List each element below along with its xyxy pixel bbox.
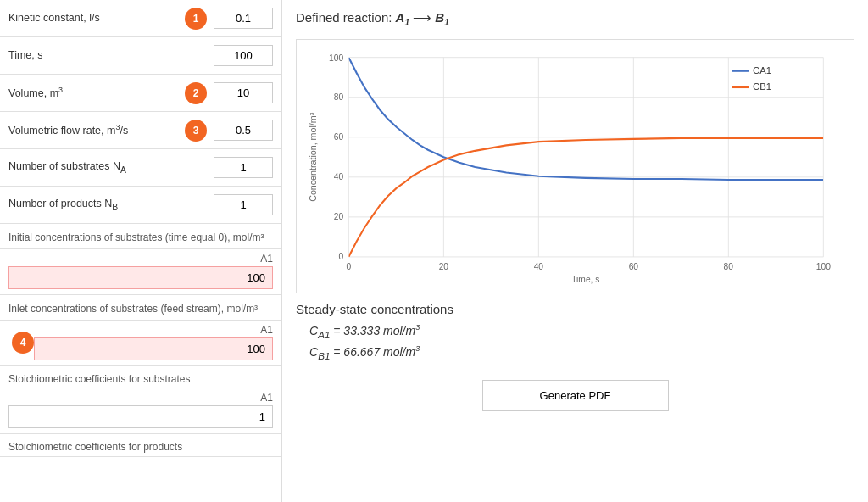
ca1-curve [348,58,823,180]
svg-text:20: 20 [334,212,344,221]
volume-label: Volume, m3 [8,86,178,100]
badge-1: 1 [185,8,207,30]
cb1-curve [348,138,823,257]
products-label: Number of products NB [8,197,214,213]
svg-text:20: 20 [439,262,449,271]
stoic-prod-label: Stoichiometric coefficients for products [0,434,281,456]
kinetic-label: Kinetic constant, l/s [8,11,178,25]
svg-text:Concentration, mol/m³: Concentration, mol/m³ [309,112,319,202]
inlet-conc-input[interactable] [34,337,273,360]
svg-text:60: 60 [334,132,344,142]
stoic-sub-section: Stoichiometric coefficients for substrat… [0,366,281,434]
flow-input[interactable] [214,120,273,141]
svg-text:0: 0 [347,262,352,271]
initial-conc-sub-label: A1 [8,253,273,265]
flow-label: Volumetric flow rate, m3/s [8,123,178,137]
steady-state-section: Steady-state concentrations CA1 = 33.333… [296,302,854,366]
reaction-defined-label: Defined reaction: [296,10,396,25]
steady-state-title: Steady-state concentrations [296,302,854,316]
badge-2: 2 [185,82,207,104]
svg-text:80: 80 [334,92,344,102]
time-label: Time, s [8,48,214,62]
time-input[interactable] [214,45,273,66]
svg-text:Time, s: Time, s [571,275,599,284]
substrates-input[interactable] [214,157,273,178]
chart-container: 0 20 40 60 80 100 0 20 40 60 80 100 Conc… [296,39,854,293]
stoic-sub-sub-label: A1 [8,392,273,404]
reaction-formula: A1 ⟶ B1 [396,10,449,25]
flow-row: Volumetric flow rate, m3/s 3 [0,112,281,149]
generate-pdf-button[interactable]: Generate PDF [482,380,669,411]
substrates-row: Number of substrates NA [0,149,281,187]
concentration-chart: 0 20 40 60 80 100 0 20 40 60 80 100 Conc… [305,48,845,284]
svg-text:0: 0 [338,252,343,261]
stoic-sub-label: Stoichiometric coefficients for substrat… [0,366,281,388]
svg-text:80: 80 [724,262,734,271]
substrates-label: Number of substrates NA [8,159,214,176]
svg-text:60: 60 [629,262,639,271]
time-row: Time, s [0,37,281,75]
svg-text:CB1: CB1 [753,81,771,92]
inlet-conc-row: 4 A1 [0,321,281,366]
ca1-formula: CA1 = 33.333 mol/m3 [309,323,854,339]
svg-text:CA1: CA1 [753,65,771,75]
svg-text:40: 40 [534,262,544,271]
svg-text:40: 40 [334,172,344,181]
initial-conc-section-label: Initial concentrations of substrates (ti… [0,224,281,249]
initial-conc-row: A1 [0,249,281,295]
badge-3: 3 [185,120,207,142]
kinetic-row: Kinetic constant, l/s 1 [0,0,281,37]
left-panel: Kinetic constant, l/s 1 Time, s Volume, … [0,0,282,502]
right-panel: Defined reaction: A1 ⟶ B1 [282,0,868,502]
volume-row: Volume, m3 2 [0,75,281,112]
products-row: Number of products NB [0,187,281,224]
stoic-sub-row: A1 [0,388,281,433]
stoic-sub-input[interactable] [8,405,273,428]
inlet-conc-section-label: Inlet concentrations of substrates (feed… [0,295,281,321]
volume-input[interactable] [214,82,273,103]
stoic-prod-section: Stoichiometric coefficients for products [0,434,281,457]
reaction-title: Defined reaction: A1 ⟶ B1 [296,10,854,27]
kinetic-input[interactable] [214,8,273,29]
cb1-formula: CB1 = 66.667 mol/m3 [309,344,854,360]
svg-text:100: 100 [816,262,831,271]
initial-conc-input[interactable] [8,266,273,289]
badge-4: 4 [12,332,34,354]
svg-text:100: 100 [329,53,343,63]
products-input[interactable] [214,194,273,215]
inlet-conc-sub-label: A1 [34,324,273,336]
